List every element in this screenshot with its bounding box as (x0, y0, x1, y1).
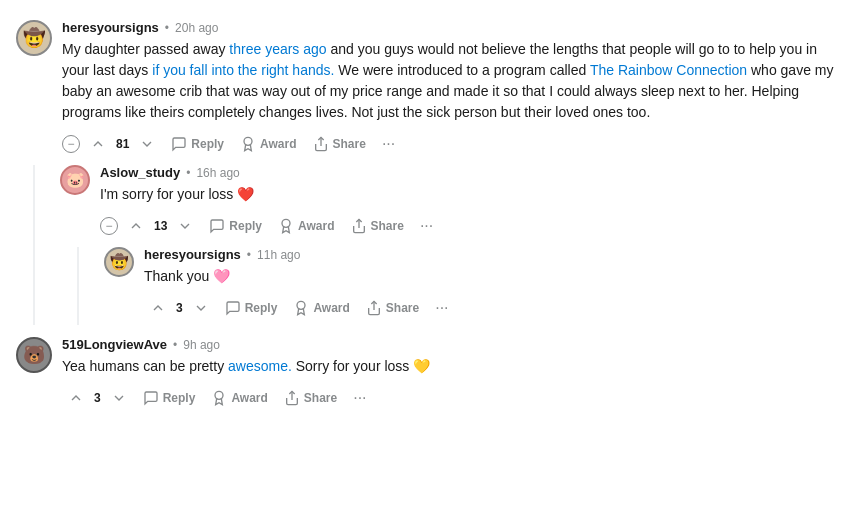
downvote-button[interactable] (133, 132, 161, 156)
vote-count: 81 (114, 137, 131, 151)
share-icon (313, 136, 329, 152)
award-button[interactable]: Award (272, 214, 340, 238)
timestamp-value: 11h ago (257, 248, 300, 262)
timestamp: • (165, 21, 169, 35)
vote-count: 13 (152, 219, 169, 233)
svg-point-6 (215, 391, 223, 399)
share-button[interactable]: Share (278, 386, 343, 410)
upvote-icon (68, 390, 84, 406)
double-nested-comment: 🤠 heresyoursigns • 11h ago Thank you 🩷 (60, 247, 845, 325)
downvote-icon (193, 300, 209, 316)
reply-comment-2: 🤠 heresyoursigns • 11h ago Thank you 🩷 (104, 247, 845, 321)
username: Aslow_study (100, 165, 180, 180)
award-icon (240, 136, 256, 152)
reply-comment-3: 🐻 519LongviewAve • 9h ago Yea humans can… (16, 337, 845, 411)
avatar: 🐷 (60, 165, 90, 195)
username: heresyoursigns (144, 247, 241, 262)
avatar: 🤠 (16, 20, 52, 56)
comment-body: Aslow_study • 16h ago I'm sorry for your… (100, 165, 845, 239)
downvote-button[interactable] (187, 296, 215, 320)
vote-section: 3 (144, 296, 215, 320)
share-button[interactable]: Share (307, 132, 372, 156)
comment-header: 519LongviewAve • 9h ago (62, 337, 845, 352)
upvote-button[interactable] (144, 296, 172, 320)
upvote-icon (128, 218, 144, 234)
svg-point-0 (244, 137, 252, 145)
reply-icon (209, 218, 225, 234)
comment-thread: 🤠 heresyoursigns • 20h ago My daughter p… (16, 12, 845, 423)
svg-point-2 (282, 219, 290, 227)
reply-button[interactable]: Reply (165, 132, 230, 156)
more-options-button[interactable]: ··· (347, 385, 372, 411)
upvote-button[interactable] (62, 386, 90, 410)
timestamp-value: 20h ago (175, 21, 218, 35)
action-bar: 3 Reply (144, 295, 845, 321)
nested-content: 🐷 Aslow_study • 16h ago I'm sorry for yo… (52, 165, 845, 325)
comment-header: Aslow_study • 16h ago (100, 165, 845, 180)
reply-comment-1: 🐷 Aslow_study • 16h ago I'm sorry for yo… (60, 165, 845, 239)
comment-body: heresyoursigns • 20h ago My daughter pas… (62, 20, 845, 157)
comment-header: heresyoursigns • 20h ago (62, 20, 845, 35)
award-icon (278, 218, 294, 234)
action-bar: − 13 Reply (100, 213, 845, 239)
avatar: 🤠 (104, 247, 134, 277)
thread-line (33, 165, 35, 325)
timestamp: • (186, 166, 190, 180)
reply-button[interactable]: Reply (137, 386, 202, 410)
upvote-button[interactable] (122, 214, 150, 238)
nested-content: 🤠 heresyoursigns • 11h ago Thank you 🩷 (96, 247, 845, 325)
reply-button[interactable]: Reply (203, 214, 268, 238)
downvote-button[interactable] (171, 214, 199, 238)
action-bar: − 81 Reply Award (62, 131, 845, 157)
award-icon (293, 300, 309, 316)
comment-body: 519LongviewAve • 9h ago Yea humans can b… (62, 337, 845, 411)
downvote-icon (111, 390, 127, 406)
avatar: 🐻 (16, 337, 52, 373)
svg-point-4 (297, 301, 305, 309)
vote-count: 3 (92, 391, 103, 405)
comment-text: I'm sorry for your loss ❤️ (100, 184, 845, 205)
comment-text: My daughter passed away three years ago … (62, 39, 845, 123)
comment-body: heresyoursigns • 11h ago Thank you 🩷 (144, 247, 845, 321)
award-button[interactable]: Award (205, 386, 273, 410)
timestamp: • (173, 338, 177, 352)
share-button[interactable]: Share (360, 296, 425, 320)
timestamp-value: 16h ago (196, 166, 239, 180)
downvote-button[interactable] (105, 386, 133, 410)
main-comment: 🤠 heresyoursigns • 20h ago My daughter p… (16, 20, 845, 157)
comment-text: Yea humans can be pretty awesome. Sorry … (62, 356, 845, 377)
upvote-icon (150, 300, 166, 316)
comment-header: heresyoursigns • 11h ago (144, 247, 845, 262)
reply-icon (171, 136, 187, 152)
award-button[interactable]: Award (287, 296, 355, 320)
more-options-button[interactable]: ··· (429, 295, 454, 321)
reply-icon (143, 390, 159, 406)
share-button[interactable]: Share (345, 214, 410, 238)
collapse-button[interactable]: − (100, 217, 118, 235)
timestamp: • (247, 248, 251, 262)
share-icon (351, 218, 367, 234)
nested-comment-1: 🐷 Aslow_study • 16h ago I'm sorry for yo… (16, 165, 845, 325)
share-icon (366, 300, 382, 316)
vote-section: 81 (84, 132, 161, 156)
username: heresyoursigns (62, 20, 159, 35)
upvote-icon (90, 136, 106, 152)
share-icon (284, 390, 300, 406)
reply-icon (225, 300, 241, 316)
upvote-button[interactable] (84, 132, 112, 156)
award-button[interactable]: Award (234, 132, 302, 156)
action-bar: 3 Reply Award Share ··· (62, 385, 845, 411)
vote-section: 13 (122, 214, 199, 238)
vote-section: 3 (62, 386, 133, 410)
timestamp-value: 9h ago (183, 338, 220, 352)
award-icon (211, 390, 227, 406)
downvote-icon (177, 218, 193, 234)
more-options-button[interactable]: ··· (376, 131, 401, 157)
comment-text: Thank you 🩷 (144, 266, 845, 287)
vote-count: 3 (174, 301, 185, 315)
collapse-button[interactable]: − (62, 135, 80, 153)
downvote-icon (139, 136, 155, 152)
thread-line (77, 247, 79, 325)
more-options-button[interactable]: ··· (414, 213, 439, 239)
reply-button[interactable]: Reply (219, 296, 284, 320)
